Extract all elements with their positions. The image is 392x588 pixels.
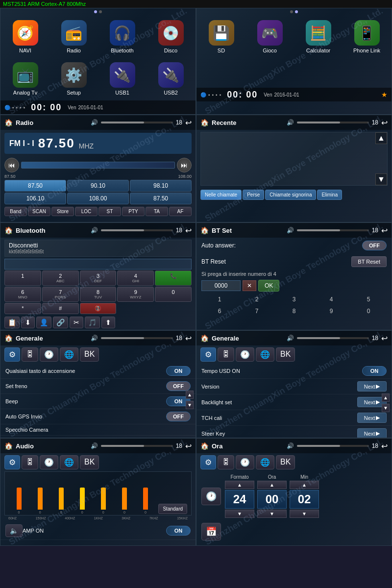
gen2-back-btn[interactable]: ↩: [381, 334, 388, 343]
gen2-tab-3[interactable]: 🕐: [236, 347, 254, 362]
icon-navi[interactable]: 🧭 NAVI: [3, 18, 48, 56]
gen1-scroll-down[interactable]: ▼: [186, 401, 194, 409]
ora-min-up[interactable]: ▲: [290, 481, 319, 489]
gen2-tab-4[interactable]: 🌐: [256, 347, 274, 362]
icon-disco[interactable]: 💿 Disco: [148, 18, 193, 56]
preset-4[interactable]: 106.10: [4, 193, 66, 204]
bt-action-2[interactable]: ⬇: [21, 317, 35, 328]
gen2-tab-bk[interactable]: BK: [276, 347, 295, 362]
gen2-vol-slider[interactable]: [297, 337, 369, 339]
bt-key-9[interactable]: 9WXYZ: [117, 287, 154, 302]
ora-formato-down[interactable]: ▼: [225, 510, 254, 518]
bt-input-bar[interactable]: [4, 259, 192, 270]
ora-tab-2[interactable]: 🎛: [218, 455, 234, 469]
audio-back-btn[interactable]: ↩: [185, 441, 192, 451]
gen1-home-btn[interactable]: 🏠: [4, 334, 13, 342]
gen1-tab-bk[interactable]: BK: [80, 347, 99, 362]
bt-back-btn[interactable]: ↩: [185, 226, 192, 235]
bt-key-3[interactable]: 3DEF: [80, 270, 117, 286]
seek-bar[interactable]: [21, 162, 175, 169]
gen1-vol-slider[interactable]: [101, 337, 173, 339]
tab-perse[interactable]: Perse: [243, 190, 264, 200]
ora-clock-icon[interactable]: 🕐: [201, 488, 221, 505]
preset-2[interactable]: 90.10: [67, 180, 129, 192]
gen1-tab-1[interactable]: ⚙: [4, 347, 20, 362]
bt-key-hash[interactable]: #: [42, 303, 79, 314]
seek-next-btn[interactable]: ⏭: [177, 158, 192, 172]
eq-bar-400hz[interactable]: 0: [51, 473, 71, 514]
ora-tab-1[interactable]: ⚙: [200, 455, 216, 469]
recente-scroll-up[interactable]: ▲: [375, 132, 387, 144]
bt-pin-clear[interactable]: ✕: [243, 280, 256, 291]
bt-key-star[interactable]: *: [4, 303, 41, 314]
gen1-tab-2[interactable]: 🎛: [22, 347, 38, 362]
ora-tab-bk[interactable]: BK: [276, 455, 295, 469]
bt-key-6[interactable]: 6MNO: [4, 287, 41, 302]
radio-home-btn[interactable]: 🏠: [4, 119, 13, 126]
bt-action-4[interactable]: 🔗: [53, 317, 68, 328]
bt-home-btn[interactable]: 🏠: [4, 226, 13, 234]
audio-tab-bk[interactable]: BK: [80, 455, 99, 469]
ora-tab-3[interactable]: 🕐: [236, 455, 254, 469]
bt-action-5[interactable]: ✂: [70, 317, 83, 328]
bt-key-0[interactable]: 0: [155, 287, 192, 302]
gen2-tab-2[interactable]: 🎛: [218, 347, 234, 362]
recente-back-btn[interactable]: ↩: [381, 118, 388, 127]
band-btn[interactable]: Band: [4, 207, 27, 216]
audio-vol-slider[interactable]: [101, 445, 173, 447]
loc-btn[interactable]: LOC: [75, 207, 98, 216]
icon-calculator[interactable]: 🧮 Calculator: [296, 18, 341, 56]
audio-tab-3[interactable]: 🕐: [40, 455, 58, 469]
recente-vol-slider[interactable]: [297, 122, 369, 123]
preset-5[interactable]: 108.00: [67, 193, 129, 204]
amp-toggle[interactable]: ON: [166, 526, 191, 536]
bt-action-7[interactable]: ⬆: [101, 317, 115, 328]
st-btn[interactable]: ST: [98, 207, 121, 216]
icon-bluetooth[interactable]: 🎧 Bluetooth: [100, 18, 145, 56]
bt-call-btn[interactable]: 📞: [155, 270, 192, 286]
eq-bar-60hz[interactable]: 0: [9, 473, 29, 514]
icon-usb1[interactable]: 🔌 USB1: [100, 60, 145, 98]
tab-elimina[interactable]: Elimina: [317, 190, 342, 200]
preset-3[interactable]: 98.10: [130, 180, 192, 192]
icon-usb2[interactable]: 🔌 USB2: [148, 60, 193, 98]
gen2-scroll-up[interactable]: ▲: [382, 393, 390, 402]
bt-pin-input[interactable]: [201, 280, 241, 291]
gen1-tab-4[interactable]: 🌐: [60, 347, 78, 362]
auto-answer-toggle[interactable]: OFF: [362, 241, 387, 250]
ora-calendar-icon[interactable]: 📅: [201, 523, 221, 540]
audio-tab-2[interactable]: 🎛: [22, 455, 38, 469]
tab-signorina[interactable]: Chiamate signorina: [265, 190, 316, 200]
eq-bar-1khz[interactable]: 0: [72, 473, 92, 514]
seek-prev-btn[interactable]: ⏮: [4, 158, 19, 172]
gen1-back-btn[interactable]: ↩: [185, 334, 192, 343]
bt-key-2[interactable]: 2ABC: [42, 270, 79, 286]
recente-home-btn[interactable]: 🏠: [200, 119, 209, 126]
ora-ora-up[interactable]: ▲: [257, 481, 287, 489]
ora-formato-up[interactable]: ▲: [225, 481, 254, 489]
icon-analogtv[interactable]: 📺 Analog Tv: [3, 60, 48, 98]
gen2-scroll-down[interactable]: ▼: [382, 404, 390, 412]
btset-home-btn[interactable]: 🏠: [200, 226, 209, 234]
ora-tab-4[interactable]: 🌐: [256, 455, 274, 469]
gen2-home-btn[interactable]: 🏠: [200, 334, 209, 342]
icon-radio[interactable]: 📻 Radio: [51, 18, 96, 56]
ora-sync-toggle[interactable]: ON: [362, 545, 387, 546]
btset-back-btn[interactable]: ↩: [381, 226, 388, 235]
audio-tab-1[interactable]: ⚙: [4, 455, 20, 469]
eq-standard-btn[interactable]: Standard: [158, 504, 187, 514]
eq-bar-15khz[interactable]: 0: [135, 473, 155, 514]
ora-vol-slider[interactable]: [297, 445, 369, 447]
radio-vol-slider[interactable]: [101, 122, 173, 123]
bt-action-1[interactable]: 📋: [4, 317, 20, 328]
store-btn[interactable]: Store: [51, 207, 74, 216]
audio-home-btn[interactable]: 🏠: [4, 442, 13, 450]
gen1-tab-3[interactable]: 🕐: [40, 347, 58, 362]
pty-btn[interactable]: PTY: [122, 207, 145, 216]
ora-back-btn[interactable]: ↩: [381, 441, 388, 451]
bt-key-7[interactable]: 7PQRS: [42, 287, 79, 302]
ora-home-btn[interactable]: 🏠: [200, 442, 209, 450]
bt-action-6[interactable]: 🎵: [85, 317, 100, 328]
bt-reset-btn[interactable]: BT Reset: [351, 256, 387, 267]
eq-bar-3khz[interactable]: 0: [93, 473, 113, 514]
